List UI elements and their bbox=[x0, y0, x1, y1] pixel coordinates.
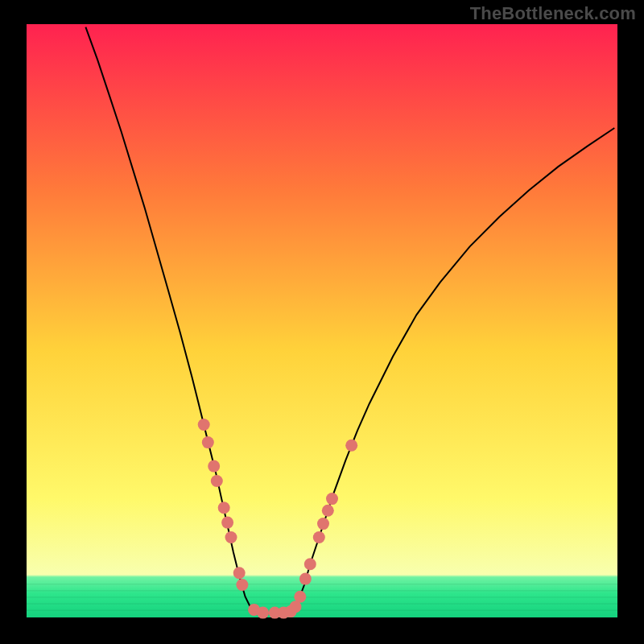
watermark-text: TheBottleneck.com bbox=[470, 3, 636, 24]
curve-marker bbox=[198, 419, 210, 431]
curve-marker bbox=[233, 567, 246, 579]
curve-marker bbox=[211, 475, 223, 487]
curve-marker bbox=[202, 436, 214, 448]
curve-marker bbox=[345, 440, 357, 452]
curve-marker bbox=[317, 518, 329, 530]
curve-marker bbox=[326, 493, 338, 505]
curve-marker bbox=[225, 531, 237, 543]
bottleneck-chart bbox=[0, 0, 644, 644]
curve-marker bbox=[218, 502, 230, 514]
curve-marker bbox=[208, 460, 220, 473]
chart-stage: TheBottleneck.com bbox=[0, 0, 644, 644]
curve-marker bbox=[236, 579, 248, 591]
curve-marker bbox=[304, 558, 316, 570]
curve-marker bbox=[257, 607, 269, 619]
curve-marker bbox=[294, 591, 306, 603]
curve-marker bbox=[322, 505, 334, 517]
curve-marker bbox=[299, 573, 312, 585]
curve-marker bbox=[221, 517, 233, 529]
curve-marker bbox=[313, 531, 325, 543]
